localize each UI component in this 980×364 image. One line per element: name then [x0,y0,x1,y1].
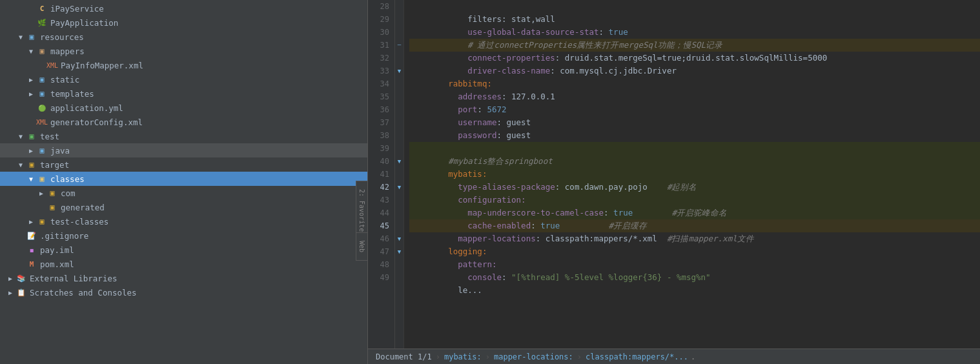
folder-icon: ▣ [36,74,48,85]
line-numbers: 28 29 30 31 32 33 34 35 36 37 38 39 40 4… [368,0,395,349]
tree-label: generated [61,203,105,212]
tree-item-test[interactable]: ▼ ▣ test [0,129,367,143]
tree-item-payapplication[interactable]: 🌿 PayApplication [0,15,367,30]
folder-icon: ▣ [26,31,37,43]
file-icon: 📝 [26,230,37,241]
folder-icon: ▣ [36,216,48,227]
tree-label: Scratches and Consoles [30,288,137,298]
tree-arrow: ▶ [26,147,36,154]
tree-label: .gitignore [40,231,88,241]
tree-label: java [50,146,70,156]
xml-icon: XML [46,59,58,71]
yml-icon: 🟢 [36,102,48,114]
tree-item-generatorconfig[interactable]: XML generatorConfig.xml [0,115,367,129]
tree-item-generated[interactable]: ▣ generated [0,200,367,214]
tree-item-classes[interactable]: ▼ ▣ classes [0,172,367,186]
tree-label: templates [50,89,94,99]
tree-item-static[interactable]: ▶ ▣ static [0,72,367,86]
folder-icon: ▣ [36,45,48,57]
tree-arrow: ▶ [5,275,15,282]
spring-icon: 🌿 [36,17,48,28]
folder-icon: ▣ [36,145,48,156]
status-bar: Document 1/1 › mybatis: › mapper-locatio… [368,349,980,364]
tree-label: pom.xml [40,259,74,269]
tree-arrow: ▼ [26,176,36,183]
tree-label: iPayService [50,4,104,14]
tree-arrow: ▶ [26,90,36,97]
tree-item-external-libs[interactable]: ▶ 📚 External Libraries [0,271,367,285]
code-editor: 28 29 30 31 32 33 34 35 36 37 38 39 40 4… [368,0,980,364]
tree-label: PayApplication [50,18,118,28]
tree-label: generatorConfig.xml [50,117,143,127]
tree-item-scratches[interactable]: ▶ 📋 Scratches and Consoles [0,285,367,299]
code-content[interactable]: filters: stat,wall use-global-data-sourc… [404,0,980,349]
iml-icon: ◼ [26,244,37,256]
folder-icon: ▣ [36,88,48,99]
folder-icon: ▣ [36,173,48,185]
fold-gutter: ─ ▼ ▼ ▼ ▼ ▼ [395,0,404,349]
folder-icon: ▣ [26,130,37,142]
folder-icon: ▣ [46,187,58,199]
code-line-28: filters: stat,wall [409,0,980,13]
tree-item-payinfomapper[interactable]: XML PayInfoMapper.xml [0,58,367,72]
file-tree: C iPayService 🌿 PayApplication ▼ ▣ resou… [0,0,367,364]
scratches-icon: 📋 [15,287,27,298]
tree-item-ipayservice[interactable]: C iPayService [0,1,367,15]
maven-icon: M [26,258,37,270]
java-icon: C [36,3,48,14]
folder-icon: ▣ [46,201,58,213]
status-segment-1[interactable]: mybatis: [444,352,482,361]
tree-label: test [40,132,59,141]
status-dots: . [691,352,695,361]
tree-item-com[interactable]: ▶ ▣ com [0,186,367,200]
tree-arrow: ▼ [15,161,26,168]
status-segment-3[interactable]: classpath:mappers/*... [586,352,688,361]
tree-label: resources [40,32,84,42]
web-widget[interactable]: Web [356,232,368,261]
tree-label: static [50,75,79,85]
tree-item-payiml[interactable]: ◼ pay.iml [0,243,367,257]
tree-item-gitignore[interactable]: 📝 .gitignore [0,228,367,243]
tree-arrow: ▶ [26,76,36,83]
code-line-39: #mybatis整合springboot [409,142,980,155]
libs-icon: 📚 [15,272,27,284]
code-line-41: type-aliases-package: com.dawn.pay.pojo … [409,168,980,181]
tree-label: test-classes [50,217,108,227]
tree-arrow: ▼ [15,133,26,140]
xml-icon: XML [36,116,48,128]
code-line-47: pattern: [409,245,980,258]
tree-item-java[interactable]: ▶ ▣ java [0,143,367,157]
tree-arrow: ▶ [36,190,46,197]
tree-label: mappers [50,46,85,56]
tree-label: classes [50,174,85,184]
tree-arrow: ▶ [26,218,36,225]
tree-label: External Libraries [30,274,117,283]
tree-label: application.yml [50,103,123,113]
tree-item-target[interactable]: ▼ ▣ target [0,157,367,172]
tree-arrow: ▼ [15,34,26,41]
tree-item-application-yml[interactable]: 🟢 application.yml [0,101,367,115]
tree-label: pay.iml [40,245,74,255]
status-segment-2[interactable]: mapper-locations: [494,352,573,361]
tree-arrow: ▼ [26,48,36,55]
folder-icon: ▣ [26,159,37,170]
tree-item-templates[interactable]: ▶ ▣ templates [0,86,367,101]
tree-label: PayInfoMapper.xml [61,61,143,70]
tree-item-pomxml[interactable]: M pom.xml [0,257,367,271]
tree-label: target [40,160,69,170]
tree-item-mappers[interactable]: ▼ ▣ mappers [0,44,367,58]
tree-arrow: ▶ [5,289,15,296]
tree-item-resources[interactable]: ▼ ▣ resources [0,30,367,44]
status-segment-0[interactable]: Document 1/1 [376,352,432,361]
code-line-34: addresses: 127.0.0.1 [409,77,980,90]
tree-item-test-classes[interactable]: ▶ ▣ test-classes [0,214,367,228]
tree-label: com [61,188,76,198]
